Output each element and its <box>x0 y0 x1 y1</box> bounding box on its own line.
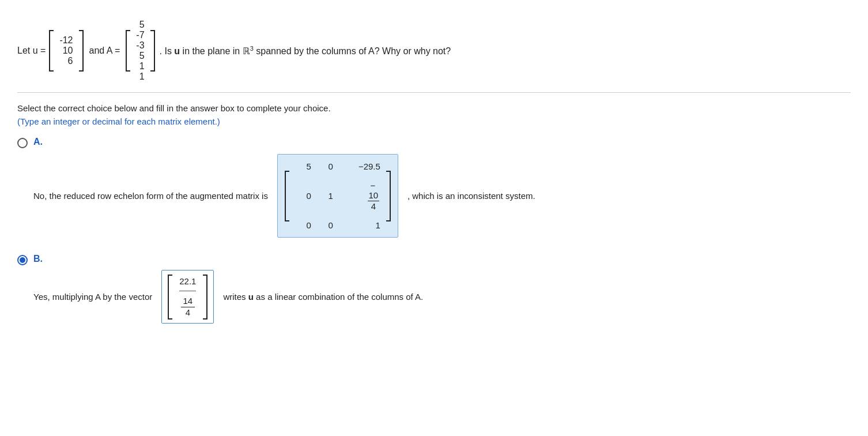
question-area: Let u = -12 10 6 and A = 5 -7 -3 5 1 1 .… <box>17 12 851 93</box>
frac-minus: − <box>370 181 375 190</box>
u-cell-2: 10 <box>63 46 73 56</box>
question-text: . Is u in the plane in ℝ3 spanned by the… <box>160 45 451 57</box>
instructions-main: Select the correct choice below and fill… <box>17 103 851 113</box>
a-r2c2: 5 <box>139 51 145 61</box>
option-b-text-after: writes u as a linear combination of the … <box>223 292 423 302</box>
am-r2c3: − 10 4 <box>367 181 380 211</box>
option-b: B. Yes, multiplying A by the vector 22.1… <box>17 254 851 324</box>
radio-b[interactable] <box>17 255 28 265</box>
a-r3c2: 1 <box>139 72 145 82</box>
u-vector-matrix: -12 10 6 <box>49 30 83 72</box>
option-a-text-after: , which is an inconsistent system. <box>407 191 535 201</box>
am-r1c1: 5 <box>307 161 311 171</box>
am-r1c2: 0 <box>329 161 333 171</box>
a-r1c1: 5 <box>139 20 145 30</box>
b-vec-r2-den: 4 <box>186 307 190 317</box>
option-a-body: No, the reduced row echelon form of the … <box>33 154 851 238</box>
am-r1c3: −29.5 <box>358 161 380 171</box>
am-r3c3: 1 <box>376 220 380 230</box>
a-r1c2: -7 <box>136 30 144 40</box>
u-cell-3: 6 <box>68 56 73 66</box>
frac-numerator: 10 <box>368 190 379 201</box>
am-r3c2: 0 <box>329 220 333 230</box>
option-a-content: A. No, the reduced row echelon form of t… <box>33 137 851 238</box>
am-r3c1: 0 <box>307 220 311 230</box>
b-vec-r1: 22.1 <box>179 276 196 286</box>
answer-vector-b: 22.1 14 4 <box>161 270 214 324</box>
option-a-text-before: No, the reduced row echelon form of the … <box>33 191 268 201</box>
a-matrix: 5 -7 -3 5 1 1 <box>126 17 154 84</box>
augmented-matrix-a: 5 0 −29.5 0 1 − 10 4 0 0 1 <box>277 154 398 238</box>
option-b-label: B. <box>33 254 43 264</box>
instructions-sub: (Type an integer or decimal for each mat… <box>17 116 851 126</box>
frac-denominator: 4 <box>368 201 379 211</box>
u-cell-1: -12 <box>59 35 73 46</box>
and-a-label: and A = <box>89 46 120 56</box>
frac-10-4: 10 4 <box>368 190 379 211</box>
a-r2c1: -3 <box>136 40 144 51</box>
u-matrix-cells: -12 10 6 <box>56 33 76 69</box>
option-a-label: A. <box>33 137 43 146</box>
let-u-label: Let u = <box>17 46 46 56</box>
radio-a[interactable] <box>17 138 28 148</box>
a-r3c1: 1 <box>139 61 145 72</box>
am-r2c1: 0 <box>307 191 311 201</box>
option-b-content: B. Yes, multiplying A by the vector 22.1… <box>33 254 851 324</box>
option-b-body: Yes, multiplying A by the vector 22.1 14… <box>33 270 851 324</box>
am-r2c2: 1 <box>329 191 333 201</box>
option-a: A. No, the reduced row echelon form of t… <box>17 137 851 238</box>
a-matrix-cells: 5 -7 -3 5 1 1 <box>133 17 148 84</box>
option-b-text-before: Yes, multiplying A by the vector <box>33 292 152 302</box>
b-vec-r2-num: 14 <box>181 296 195 307</box>
